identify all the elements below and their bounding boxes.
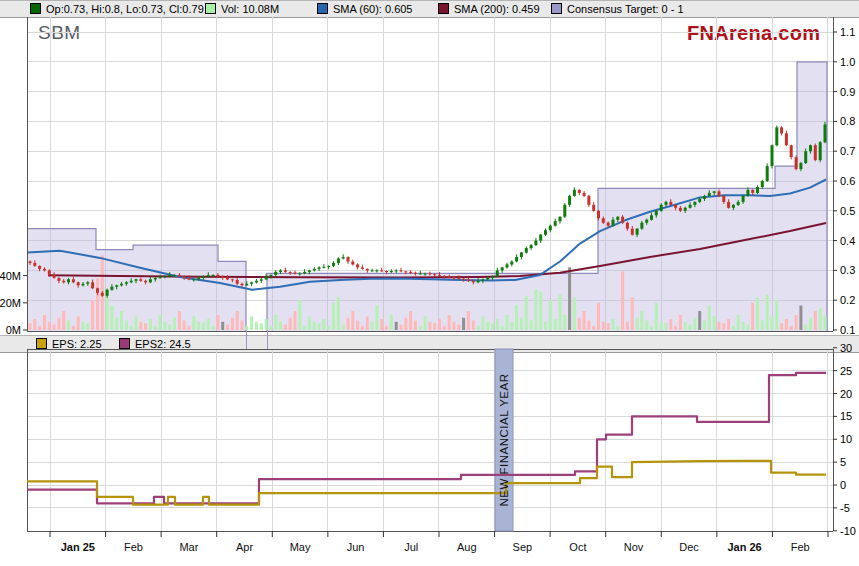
sma200-swatch-icon <box>438 3 449 14</box>
eps-tick-label: 5 <box>840 456 846 468</box>
legend-eps: EPS: 2.25 <box>36 338 102 350</box>
legend-sma60-label: SMA (60): 0.605 <box>333 3 413 15</box>
legend-sma200: SMA (200): 0.459 <box>438 3 540 15</box>
month-label: Jul <box>404 541 418 553</box>
eps-legend-bar: EPS: 2.25 EPS2: 24.5 <box>0 335 859 353</box>
legend-ohlc-label: Op:0.73, Hi:0.8, Lo:0.73, Cl:0.79 <box>46 3 204 15</box>
legend-eps2: EPS2: 24.5 <box>119 338 191 350</box>
month-label: Oct <box>569 541 586 553</box>
eps-tick-label: -5 <box>840 502 850 514</box>
consensus-band <box>27 62 827 360</box>
eps-tick-label: 20 <box>840 388 852 400</box>
month-label: Feb <box>791 541 810 553</box>
month-label: Jan 25 <box>61 541 95 553</box>
sma60-swatch-icon <box>317 3 328 14</box>
price-tick-label: 0.2 <box>840 294 855 306</box>
legend-consensus: Consensus Target: 0 - 1 <box>551 3 684 15</box>
new-financial-year-band <box>495 349 513 531</box>
price-tick-label: 0.7 <box>840 145 855 157</box>
eps-tick-label: 10 <box>840 433 852 445</box>
new-financial-year-label: NEW FINANCIAL YEAR <box>498 374 510 507</box>
stock-chart-page: Op:0.73, Hi:0.8, Lo:0.73, Cl:0.79 Vol: 1… <box>0 0 859 566</box>
month-label: Jun <box>347 541 365 553</box>
legend-volume-label: Vol: 10.08M <box>221 3 279 15</box>
eps-tick-label: -10 <box>840 525 856 537</box>
price-tick-label: 0.3 <box>840 264 855 276</box>
month-axis: Jan 25FebMarAprMayJunJulAugSepOctNovDecJ… <box>50 531 828 553</box>
axes-layer <box>27 17 833 531</box>
price-tick-label: 0.4 <box>840 235 855 247</box>
volume-bars <box>29 255 827 330</box>
consensus-swatch-icon <box>551 3 562 14</box>
price-tick-label: 1.0 <box>840 56 855 68</box>
legend-eps-label: EPS: 2.25 <box>52 338 102 350</box>
sma200-line <box>48 223 826 278</box>
price-tick-label: 0.9 <box>840 86 855 98</box>
price-axis-labels: 1.11.00.90.80.70.60.50.40.30.20.140M20M0… <box>0 26 856 537</box>
month-label: Feb <box>124 541 143 553</box>
month-label: May <box>290 541 311 553</box>
fnarena-logo[interactable]: FNArena.com <box>687 22 820 45</box>
eps-tick-label: 15 <box>840 410 852 422</box>
price-legend-bar: Op:0.73, Hi:0.8, Lo:0.73, Cl:0.79 Vol: 1… <box>0 0 859 18</box>
volume-swatch-icon <box>205 3 216 14</box>
month-label: Mar <box>179 541 198 553</box>
eps-line <box>27 461 826 505</box>
candles-layer <box>29 122 827 298</box>
price-tick-label: 1.1 <box>840 26 855 38</box>
month-label: Jan 26 <box>727 541 761 553</box>
volume-tick-label: 20M <box>0 297 21 309</box>
month-label: Apr <box>236 541 253 553</box>
price-tick-label: 0.5 <box>840 205 855 217</box>
legend-consensus-label: Consensus Target: 0 - 1 <box>567 3 684 15</box>
chart-svg: 1.11.00.90.80.70.60.50.40.30.20.140M20M0… <box>0 0 859 566</box>
eps-tick-label: 0 <box>840 479 846 491</box>
price-tick-label: 0.8 <box>840 115 855 127</box>
month-label: Sep <box>513 541 533 553</box>
eps2-swatch-icon <box>119 338 130 349</box>
eps2-line <box>27 373 826 503</box>
price-tick-label: 0.6 <box>840 175 855 187</box>
legend-volume: Vol: 10.08M <box>205 3 279 15</box>
month-label: Aug <box>457 541 477 553</box>
legend-ohlc: Op:0.73, Hi:0.8, Lo:0.73, Cl:0.79 <box>30 3 204 15</box>
eps-swatch-icon <box>36 338 47 349</box>
legend-sma200-label: SMA (200): 0.459 <box>454 3 540 15</box>
month-label: Dec <box>679 541 699 553</box>
month-label: Nov <box>624 541 644 553</box>
volume-tick-label: 40M <box>0 270 21 282</box>
ticker-symbol: SBM <box>38 22 81 44</box>
ohlc-swatch-icon <box>30 3 41 14</box>
sma60-line <box>27 180 826 290</box>
grid-layer <box>27 17 833 531</box>
legend-sma60: SMA (60): 0.605 <box>317 3 413 15</box>
eps-tick-label: 25 <box>840 365 852 377</box>
legend-eps2-label: EPS2: 24.5 <box>135 338 191 350</box>
